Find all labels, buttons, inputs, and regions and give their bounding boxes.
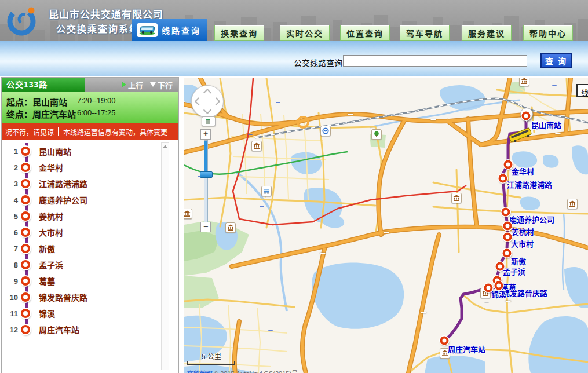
search-button[interactable]: 查 询 — [541, 53, 571, 68]
zoom-slider-handle[interactable] — [200, 171, 213, 178]
poi-icon — [320, 126, 331, 136]
scrollbar[interactable] — [161, 142, 169, 370]
station-row[interactable]: 12 周庄汽车站 — [2, 321, 178, 338]
station-number: 8 — [2, 261, 18, 269]
station-row[interactable]: 6 大市村 — [2, 224, 178, 240]
route-panel-header: 公交133路 上行 下行 — [2, 78, 178, 92]
poi-icon — [225, 222, 236, 233]
station-number: 4 — [2, 196, 18, 204]
nav-tab-label: 驾车导航 — [406, 27, 443, 39]
up-direction-link[interactable]: 上行 — [122, 79, 143, 90]
map-overlay-button[interactable]: 线 — [576, 84, 588, 97]
road-number-badge — [384, 232, 389, 233]
station-number: 5 — [2, 212, 18, 221]
nav-tab-label: 位置查询 — [346, 27, 384, 39]
nav-tab[interactable]: 实时公交 — [280, 25, 330, 41]
road-number-badge — [555, 133, 561, 134]
station-list: 1 昆山南站 2 金华村 3 江浦路港浦路 4 鹿通养护公司 — [2, 140, 178, 373]
station-number: 1 — [2, 147, 18, 156]
station-marker-icon — [21, 179, 30, 188]
notice-text-left: 况不符，请见谅 — [5, 127, 54, 137]
station-label: 周庄汽车站 — [448, 343, 485, 354]
station-marker-icon — [21, 292, 30, 302]
station-marker-icon — [21, 163, 30, 172]
end-station: 周庄汽车站 — [32, 109, 76, 119]
station-row[interactable]: 9 葛墓 — [2, 273, 178, 289]
pan-right-icon[interactable] — [212, 97, 220, 105]
nav-tab[interactable]: 驾车导航 — [400, 25, 450, 41]
zoom-in-button[interactable]: + — [200, 129, 211, 140]
road-number-badge — [421, 312, 426, 313]
station-marker-icon — [21, 325, 30, 334]
search-label: 公交线路查询 — [294, 57, 342, 68]
overview-icon — [206, 119, 210, 124]
map-logo: 高德地图 — [186, 370, 211, 373]
map-pan-control[interactable] — [191, 85, 224, 118]
scroll-up-icon[interactable] — [163, 145, 167, 148]
nav-tab-label: 实时公交 — [286, 27, 323, 39]
station-row[interactable]: 2 金华村 — [2, 159, 178, 175]
station-number: 2 — [2, 163, 18, 172]
down-arrow-icon — [150, 82, 156, 87]
station-name: 锦发路普庆路 — [39, 291, 87, 303]
end-label: 终点： — [6, 109, 32, 119]
down-direction-link[interactable]: 下行 — [150, 79, 173, 90]
station-name: 鹿通养护公司 — [39, 194, 87, 206]
poi-icon — [371, 129, 382, 140]
poi-icon — [567, 199, 578, 209]
nav-tab[interactable]: 服务建议 — [462, 25, 512, 41]
district-label — [260, 206, 264, 207]
direction-switch: 上行 下行 — [85, 78, 178, 92]
nav-tab[interactable]: 位置查询 — [340, 25, 390, 41]
map-poi-label — [484, 302, 489, 303]
map-scale-bar — [187, 361, 235, 365]
pan-left-icon[interactable] — [195, 97, 203, 105]
station-row[interactable]: 4 鹿通养护公司 — [2, 192, 178, 208]
map-overview-button[interactable] — [202, 116, 216, 126]
end-row: 终点：周庄汽车站 6:00--17:25 — [6, 108, 178, 120]
station-marker-icon — [503, 249, 512, 258]
pan-up-icon[interactable] — [203, 89, 211, 97]
poi-icon — [184, 209, 192, 219]
nav-tab[interactable]: 线路查询 — [132, 19, 207, 41]
district-label — [248, 134, 253, 135]
pan-down-icon[interactable] — [203, 106, 211, 114]
station-row[interactable]: 1 昆山南站 — [2, 143, 178, 159]
zoom-out-button[interactable]: − — [200, 222, 211, 232]
station-marker-icon — [21, 309, 30, 318]
station-label: 江浦路港浦路 — [507, 179, 552, 190]
start-time: 7:20--19:00 — [77, 96, 116, 105]
station-marker-icon — [21, 244, 30, 253]
page: 昆山市公共交通有限公司 公交换乘查询系统 线路查询 — [0, 0, 588, 373]
station-row[interactable]: 10 锦发路普庆路 — [2, 289, 178, 305]
start-row: 起点：昆山南站 7:20--19:00 — [6, 96, 178, 108]
zoom-slider-track[interactable] — [204, 140, 208, 222]
station-number: 10 — [2, 293, 18, 302]
poi-icon — [261, 186, 272, 196]
search-input[interactable] — [343, 55, 527, 67]
station-name: 周庄汽车站 — [39, 324, 79, 335]
bus-icon — [137, 23, 158, 37]
nav-tab-label: 换乘查询 — [221, 27, 258, 39]
nav-tab[interactable]: 换乘查询 — [214, 25, 264, 41]
map[interactable]: 昆山南站 金华村 江浦路港浦路 鹿通养护公司 姜杭村 大市村 — [184, 78, 588, 373]
station-label: 姜杭村 — [512, 226, 534, 237]
poi-icon — [451, 193, 462, 203]
station-row[interactable]: 7 新傲 — [2, 240, 178, 257]
station-row[interactable]: 3 江浦路港浦路 — [2, 175, 178, 192]
poi-icon — [251, 141, 262, 151]
station-row[interactable]: 8 孟子浜 — [2, 257, 178, 273]
station-row[interactable]: 11 锦溪 — [2, 305, 178, 321]
station-name: 大市村 — [39, 226, 63, 238]
road-number-badge — [430, 119, 436, 120]
route-info: 起点：昆山南站 7:20--19:00 终点：周庄汽车站 6:00--17:25 — [2, 92, 178, 123]
map-copyright: 高德地图© 2015 AutoNavi GS(2015)号 — [186, 368, 298, 373]
road-number-badge — [348, 114, 353, 115]
station-marker-icon — [21, 147, 30, 156]
station-name: 江浦路港浦路 — [39, 178, 87, 189]
nav-tab[interactable]: 帮助中心 — [523, 25, 573, 41]
station-marker-icon — [21, 228, 30, 237]
station-name: 新傲 — [39, 243, 55, 254]
station-row[interactable]: 5 姜杭村 — [2, 208, 178, 224]
station-label: 金华村 — [512, 166, 534, 177]
